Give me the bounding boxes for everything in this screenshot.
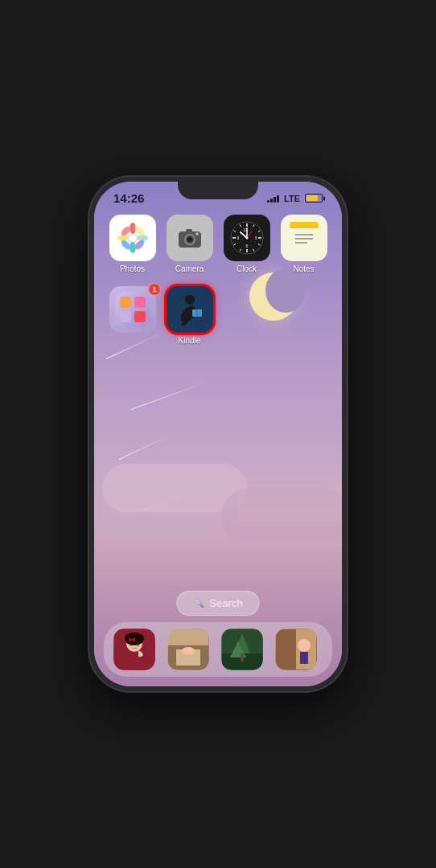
svg-text:3: 3 <box>254 235 257 240</box>
app-folder[interactable]: 1 <box>107 286 158 345</box>
camera-logo <box>175 223 204 252</box>
dock-anime-1 <box>114 629 154 669</box>
app-notes[interactable]: Notes <box>278 215 329 273</box>
clock-label: Clock <box>237 264 257 273</box>
svg-point-57 <box>136 644 139 646</box>
svg-point-2 <box>130 242 136 253</box>
svg-rect-40 <box>290 225 319 228</box>
folder-badge: 1 <box>148 283 161 296</box>
svg-rect-66 <box>241 653 244 661</box>
camera-icon[interactable] <box>167 215 213 261</box>
svg-point-56 <box>130 644 133 646</box>
notes-icon[interactable] <box>281 215 327 261</box>
photos-label: Photos <box>120 264 145 273</box>
svg-point-4 <box>137 235 148 241</box>
dock-item-4[interactable] <box>275 628 317 670</box>
search-label: Search <box>209 597 242 609</box>
status-icons: LTE <box>267 194 323 203</box>
dock-img-4[interactable] <box>275 628 317 670</box>
app-kindle[interactable]: Kindle <box>164 286 215 345</box>
kindle-icon[interactable] <box>167 286 213 333</box>
empty-slot-2 <box>278 286 329 345</box>
empty-slot-1 <box>221 286 272 345</box>
signal-bar-3 <box>274 197 276 203</box>
search-bar[interactable]: 🔍 Search <box>176 591 259 616</box>
notes-label: Notes <box>293 264 314 273</box>
signal-bars-icon <box>267 194 279 203</box>
svg-text:9: 9 <box>237 235 239 240</box>
search-pill[interactable]: 🔍 Search <box>176 591 259 616</box>
signal-bar-4 <box>277 195 279 203</box>
svg-rect-46 <box>134 297 146 308</box>
svg-rect-14 <box>186 229 192 232</box>
cloud-3 <box>221 488 342 544</box>
svg-rect-68 <box>276 629 296 669</box>
svg-point-1 <box>130 223 136 234</box>
svg-rect-44 <box>115 292 150 327</box>
signal-bar-1 <box>267 200 269 203</box>
shooting-star <box>131 381 207 409</box>
status-time: 14:26 <box>113 191 144 205</box>
kindle-label: Kindle <box>179 336 201 345</box>
svg-point-9 <box>129 234 137 242</box>
battery-fill <box>306 195 318 201</box>
svg-point-49 <box>185 295 195 305</box>
svg-point-3 <box>117 235 129 241</box>
dock-item-2[interactable] <box>167 628 209 670</box>
svg-rect-55 <box>131 639 133 641</box>
svg-point-69 <box>298 639 311 652</box>
photos-icon[interactable] <box>109 215 156 261</box>
svg-rect-48 <box>134 311 146 322</box>
svg-point-13 <box>187 237 192 242</box>
dock <box>104 622 332 677</box>
clock-icon-container[interactable]: 12 3 6 9 <box>224 215 270 261</box>
svg-rect-70 <box>300 652 308 664</box>
dock-anime-3 <box>222 629 262 669</box>
app-clock[interactable]: 12 3 6 9 Clock <box>221 215 272 273</box>
battery-icon <box>305 194 323 203</box>
svg-point-37 <box>245 237 248 240</box>
app-photos[interactable]: Photos <box>107 215 158 273</box>
app-grid-row1: Photos Camera <box>94 208 342 273</box>
photos-logo <box>115 220 150 256</box>
lte-label: LTE <box>284 194 300 203</box>
app-grid-row2: 1 Ki <box>94 286 342 345</box>
dock-img-3[interactable] <box>221 628 263 670</box>
search-icon: 🔍 <box>193 598 204 608</box>
phone-screen: 14:26 LTE <box>94 182 342 686</box>
camera-label: Camera <box>175 264 204 273</box>
folder-logo <box>113 290 152 329</box>
dock-anime-4 <box>276 629 316 669</box>
clock-logo: 12 3 6 9 <box>229 220 265 256</box>
dock-img-1[interactable] <box>113 628 155 670</box>
kindle-logo <box>175 292 205 327</box>
dock-img-2[interactable] <box>167 628 209 670</box>
svg-point-15 <box>195 232 199 235</box>
dock-anime-2 <box>168 629 208 669</box>
svg-rect-47 <box>120 311 131 322</box>
notes-logo <box>290 222 319 254</box>
clouds <box>94 416 342 560</box>
svg-rect-45 <box>120 297 131 308</box>
phone-frame: 14:26 LTE <box>89 177 347 691</box>
dock-item-1[interactable] <box>113 628 155 670</box>
notch <box>178 182 258 199</box>
dock-item-3[interactable] <box>221 628 263 670</box>
svg-text:6: 6 <box>245 244 248 248</box>
app-camera[interactable]: Camera <box>164 215 215 273</box>
signal-bar-2 <box>270 199 273 203</box>
